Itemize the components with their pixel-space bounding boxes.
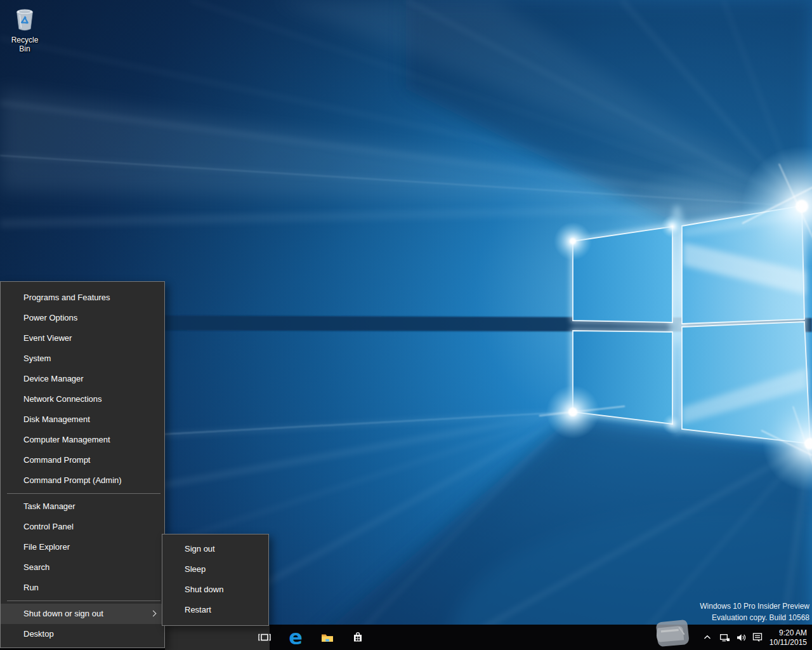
taskbar-clock[interactable]: 9:20 AM 10/11/2015 xyxy=(750,628,807,647)
task-view-icon xyxy=(257,630,272,645)
submenu-item-shut-down[interactable]: Shut down xyxy=(162,580,268,600)
menu-item-label: System xyxy=(23,354,51,363)
submenu-arrow-icon xyxy=(150,611,157,617)
menu-item-label: Command Prompt xyxy=(23,455,90,465)
build-watermark: Windows 10 Pro Insider Preview Evaluatio… xyxy=(700,600,809,623)
menu-item-label: Power Options xyxy=(23,313,77,322)
menu-item-device-manager[interactable]: Device Manager xyxy=(1,369,164,389)
clock-time: 9:20 AM xyxy=(750,628,807,638)
menu-item-label: Network Connections xyxy=(23,394,102,404)
volume-tray-button[interactable] xyxy=(733,625,749,650)
build-watermark-line1: Windows 10 Pro Insider Preview xyxy=(700,600,809,612)
store-icon xyxy=(350,630,365,645)
recycle-bin-desktop-icon[interactable]: Recycle Bin xyxy=(5,4,44,53)
menu-item-label: Computer Management xyxy=(23,435,110,444)
menu-item-label: Desktop xyxy=(23,629,54,639)
menu-item-label: Command Prompt (Admin) xyxy=(23,475,122,485)
store-button[interactable] xyxy=(344,625,372,650)
menu-item-label: Device Manager xyxy=(23,374,84,383)
menu-separator xyxy=(7,493,160,494)
recycle-bin-icon xyxy=(11,4,39,34)
menu-item-label: Programs and Features xyxy=(23,293,110,302)
menu-item-run[interactable]: Run xyxy=(1,578,164,598)
menu-item-desktop[interactable]: Desktop xyxy=(1,624,164,644)
file-explorer-icon xyxy=(320,630,335,645)
submenu-item-restart[interactable]: Restart xyxy=(162,600,268,620)
menu-item-task-manager[interactable]: Task Manager xyxy=(1,496,164,517)
menu-item-label: Run xyxy=(23,583,39,592)
menu-item-label: Event Viewer xyxy=(23,333,72,343)
menu-item-label: Sign out xyxy=(185,544,215,554)
menu-item-search[interactable]: Search xyxy=(1,557,164,578)
menu-item-event-viewer[interactable]: Event Viewer xyxy=(1,328,164,348)
menu-item-network-connections[interactable]: Network Connections xyxy=(1,389,164,409)
shutdown-submenu: Sign out Sleep Shut down Restart xyxy=(162,534,269,626)
collection-book-watermark-logo xyxy=(647,612,704,650)
winx-power-user-menu: Programs and Features Power Options Even… xyxy=(0,281,165,648)
submenu-item-sleep[interactable]: Sleep xyxy=(162,559,268,580)
task-view-button[interactable] xyxy=(251,625,278,650)
menu-item-label: File Explorer xyxy=(23,542,70,552)
menu-item-control-panel[interactable]: Control Panel xyxy=(1,517,164,537)
menu-item-command-prompt[interactable]: Command Prompt xyxy=(1,450,164,470)
network-tray-button[interactable] xyxy=(717,625,732,650)
menu-item-file-explorer[interactable]: File Explorer xyxy=(1,537,164,557)
menu-item-label: Shut down or sign out xyxy=(23,609,103,618)
menu-item-label: Control Panel xyxy=(23,522,74,531)
volume-icon xyxy=(736,632,747,643)
svg-text:e: e xyxy=(289,627,303,647)
menu-item-disk-management[interactable]: Disk Management xyxy=(1,409,164,430)
menu-item-system[interactable]: System xyxy=(1,348,164,369)
menu-separator xyxy=(7,600,160,601)
menu-item-label: Task Manager xyxy=(23,501,75,511)
build-watermark-line2: Evaluation copy. Build 10568 xyxy=(700,612,809,623)
clock-date: 10/11/2015 xyxy=(750,638,807,647)
network-icon xyxy=(719,632,730,643)
menu-item-label: Search xyxy=(23,562,49,572)
menu-item-power-options[interactable]: Power Options xyxy=(1,308,164,328)
menu-item-label: Restart xyxy=(185,605,211,614)
edge-browser-button[interactable]: e xyxy=(282,625,310,650)
edge-browser-icon: e xyxy=(285,627,306,647)
menu-item-command-prompt-admin[interactable]: Command Prompt (Admin) xyxy=(1,470,164,491)
windows-desktop: Recycle Bin Windows 10 Pro Insider Previ… xyxy=(0,0,812,650)
menu-item-label: Disk Management xyxy=(23,415,90,424)
file-explorer-button[interactable] xyxy=(313,625,341,650)
menu-item-label: Shut down xyxy=(185,585,223,594)
menu-item-label: Sleep xyxy=(185,564,206,574)
menu-item-computer-management[interactable]: Computer Management xyxy=(1,430,164,450)
submenu-item-sign-out[interactable]: Sign out xyxy=(162,539,268,559)
recycle-bin-label: Recycle Bin xyxy=(5,36,44,53)
menu-item-programs-and-features[interactable]: Programs and Features xyxy=(1,288,164,308)
menu-item-shut-down-or-sign-out[interactable]: Shut down or sign out xyxy=(1,604,164,624)
